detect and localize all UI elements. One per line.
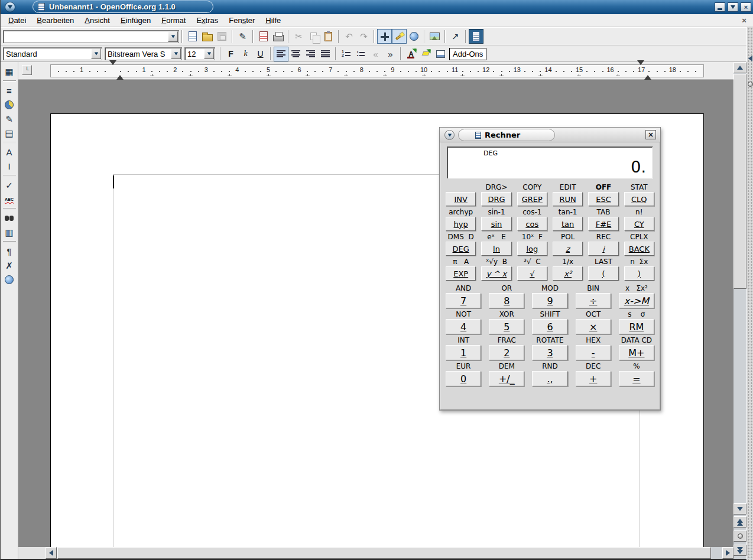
vertical-scroll-track[interactable]: [733, 73, 746, 503]
calc-key-y-x[interactable]: y ^ x: [481, 266, 511, 281]
hyperlink-button[interactable]: [407, 29, 421, 44]
autospellcheck-button[interactable]: ABC: [2, 192, 17, 206]
calc-key-key[interactable]: -: [576, 345, 611, 360]
calc-key-key[interactable]: =: [619, 371, 654, 386]
bold-button[interactable]: F: [223, 47, 238, 61]
navigator-button[interactable]: [377, 29, 392, 44]
calc-key-f-e[interactable]: F#E: [588, 217, 618, 231]
ruler-scale[interactable]: 1123456789101112131415161718: [1, 64, 733, 78]
bullet-list-button[interactable]: • •: [353, 47, 368, 61]
url-combobox[interactable]: [3, 30, 179, 43]
calc-key-key[interactable]: (: [588, 266, 618, 281]
calc-key-5[interactable]: 5: [489, 319, 524, 334]
next-page-button[interactable]: [733, 545, 746, 556]
calc-key-hyp[interactable]: hyp: [446, 217, 476, 231]
calc-key-key[interactable]: +/_: [489, 371, 524, 386]
calc-key-key[interactable]: √: [517, 266, 547, 281]
calculator-titlebar[interactable]: Rechner ×: [440, 128, 660, 142]
align-right-button[interactable]: [303, 47, 318, 61]
data-sources-button[interactable]: ▥: [2, 225, 17, 239]
redo-button[interactable]: ↷: [356, 29, 371, 44]
find-replace-button[interactable]: [2, 211, 17, 225]
calc-key-back[interactable]: BACK: [624, 242, 654, 256]
stylist-button[interactable]: [392, 29, 407, 44]
calc-key-6[interactable]: 6: [532, 319, 567, 334]
decrease-indent-button[interactable]: «: [368, 47, 383, 61]
font-size-dropdown-button[interactable]: [204, 48, 214, 59]
underline-button[interactable]: U: [253, 47, 268, 61]
calc-key-9[interactable]: 9: [532, 293, 567, 308]
highlighting-button[interactable]: [418, 47, 433, 61]
undo-button[interactable]: ↶: [342, 29, 356, 44]
calc-key-4[interactable]: 4: [446, 319, 481, 334]
panel-hide-strip[interactable]: [746, 27, 753, 560]
previous-page-button[interactable]: [733, 516, 746, 528]
vertical-scroll-thumb[interactable]: [733, 74, 746, 289]
edit-file-button[interactable]: ✎: [235, 29, 250, 44]
close-document-button[interactable]: ×: [739, 15, 749, 25]
calc-key-key[interactable]: ×: [576, 319, 611, 334]
calculator-close-button[interactable]: ×: [645, 130, 656, 139]
scroll-up-button[interactable]: [733, 62, 746, 73]
font-size-combobox[interactable]: [184, 47, 215, 60]
calc-key-inv[interactable]: INV: [446, 192, 476, 206]
calc-key-rm[interactable]: RM: [619, 319, 654, 334]
calc-key-log[interactable]: log: [517, 242, 547, 256]
calc-key-m[interactable]: M+: [619, 345, 654, 360]
nonprinting-characters-button[interactable]: ¶: [2, 244, 17, 258]
online-layout-button[interactable]: [2, 272, 17, 286]
insert-table-button[interactable]: ▦: [2, 64, 17, 79]
draw-functions-button[interactable]: ✎: [2, 112, 17, 126]
scroll-down-button[interactable]: [733, 503, 746, 515]
scroll-left-button[interactable]: [46, 547, 57, 559]
insert-fields-button[interactable]: ≡: [2, 83, 17, 97]
calc-key-key[interactable]: +: [576, 371, 611, 386]
print-button[interactable]: [271, 29, 285, 44]
calc-key-sin[interactable]: sin: [481, 217, 511, 231]
calc-key-drg[interactable]: DRG: [481, 192, 511, 206]
form-functions-button[interactable]: ▤: [2, 126, 17, 140]
italic-button[interactable]: k: [238, 47, 253, 61]
calc-key-grep[interactable]: GREP: [517, 192, 547, 206]
paragraph-style-input[interactable]: [4, 48, 91, 59]
new-document-button[interactable]: [185, 29, 200, 44]
menu-extras[interactable]: Extras: [191, 15, 223, 26]
align-center-button[interactable]: [288, 47, 303, 61]
copy-button[interactable]: [306, 29, 321, 44]
calc-key-tan[interactable]: tan: [553, 217, 583, 231]
calc-key-ln[interactable]: ln: [481, 242, 511, 256]
indent-marker-right[interactable]: [637, 65, 644, 77]
url-input[interactable]: [4, 31, 168, 42]
calc-key-i[interactable]: i: [588, 242, 618, 256]
gallery-button[interactable]: [427, 29, 442, 44]
save-button[interactable]: [215, 29, 229, 44]
horizontal-scrollbar[interactable]: [18, 547, 733, 559]
addons-button[interactable]: Add-Ons: [449, 48, 486, 60]
calc-key-key[interactable]: .,: [532, 371, 567, 386]
calc-key-run[interactable]: RUN: [553, 192, 583, 206]
scroll-right-button[interactable]: [722, 547, 733, 559]
calc-key-cy[interactable]: CY: [624, 217, 654, 231]
export-pdf-button[interactable]: [256, 29, 271, 44]
font-color-button[interactable]: A: [404, 47, 418, 61]
vertical-scrollbar[interactable]: [733, 62, 746, 559]
direct-cursor-button[interactable]: I: [2, 159, 17, 173]
font-size-input[interactable]: [185, 48, 204, 59]
calc-key-esc[interactable]: ESC: [588, 192, 618, 206]
calc-key-cos[interactable]: cos: [517, 217, 547, 231]
horizontal-scroll-thumb[interactable]: [57, 547, 711, 559]
navigation-button[interactable]: [733, 530, 746, 542]
paragraph-style-dropdown-button[interactable]: [91, 48, 101, 59]
calculator-window-menu-button[interactable]: [444, 130, 455, 140]
calculator-button[interactable]: [469, 29, 483, 44]
calc-key-key[interactable]: ): [624, 266, 654, 281]
paragraph-background-button[interactable]: [433, 47, 448, 61]
cut-button[interactable]: ✂: [291, 29, 306, 44]
paragraph-style-combobox[interactable]: [3, 47, 102, 60]
calc-key-8[interactable]: 8: [489, 293, 524, 308]
insert-object-button[interactable]: [2, 97, 17, 112]
horizontal-scroll-track[interactable]: [57, 547, 722, 559]
menu-format[interactable]: Format: [156, 15, 191, 26]
shade-button[interactable]: [728, 2, 738, 12]
close-button[interactable]: ×: [741, 2, 751, 12]
